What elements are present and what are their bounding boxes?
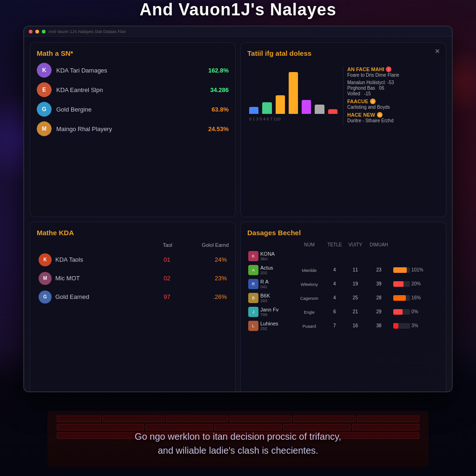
kda-num2-1: 24%: [172, 251, 229, 269]
chart-bars: [247, 67, 339, 114]
stat-label-3: Gold Bergine: [56, 106, 207, 113]
kda-header-label: [37, 242, 151, 251]
stat-label-4: Maingo Rhal Playery: [56, 126, 204, 132]
stat-row-4: M Maingo Rhal Playery 24.53%: [37, 121, 229, 136]
chart-info-3: FAACUE o Carlisting and Boyds: [347, 99, 439, 110]
dmg-th-vuity: VUITY: [345, 242, 365, 249]
badge-1: !: [386, 66, 391, 72]
chart-info-2: Manalun Holiistycl: -53 Pirghond Bas 06 …: [347, 80, 439, 96]
stat-value-1: 162.8%: [208, 67, 229, 74]
player-cell-4: J Jann Fv 799: [248, 307, 294, 317]
kda-header-gold: Golol Earnd: [172, 242, 229, 251]
stat-value-4: 24.53%: [208, 126, 229, 132]
dmg-bar-4: [393, 309, 410, 315]
kda-label-1: K KDA Taols: [39, 253, 149, 266]
topbar-dot-yellow: [35, 30, 39, 33]
kda-row-3: G Gold Earned 97 .26%: [37, 288, 229, 306]
chart-info-4: HACE NEW o Duritre - Sthaire Erzhd: [347, 112, 439, 123]
stat-label-1: KDA Tari Damages: [56, 67, 204, 74]
key: [230, 416, 292, 422]
kda-row-1: K KDA Taols 01 24%: [37, 251, 229, 269]
avatar-4: M: [37, 121, 52, 136]
player-cell-1: A Actus 202: [248, 265, 294, 275]
topbar-text: And Vauon 1J's Nalayes Stat Dataas Flan: [48, 29, 447, 34]
chart-bar-6: [328, 109, 337, 114]
bottom-subtitle: Go ngo werklon to itan decision procsic …: [0, 430, 476, 457]
stat-value-3: 63.8%: [212, 106, 229, 113]
kda-num2-3: .26%: [172, 288, 229, 306]
panel-damage-title: Dasages Bechel: [247, 229, 439, 237]
dmg-bar-3: [393, 295, 410, 301]
kda-num1-3: 97: [151, 288, 172, 306]
kda-label-3: G Gold Earned: [39, 291, 149, 304]
chart-x-axis: 0 1 3 5 4 6 7 110: [249, 117, 281, 121]
damage-row-1: A Actus 202 Mierilde41123 101%: [247, 263, 439, 277]
panel-kda-title: Mathe KDA: [37, 229, 229, 237]
kda-header-taol: Taol: [151, 242, 172, 251]
kda-table: Taol Golol Earnd K KDA Taols 01 24%: [37, 242, 229, 306]
screen-bezel: And Vauon 1J's Nalayes Stat Dataas Flan …: [23, 26, 453, 392]
panel-match-stats: Math a SN* K KDA Tari Damages 162.8% E K…: [30, 42, 236, 217]
key: [102, 416, 165, 422]
dmg-bar-1: [393, 267, 410, 273]
damage-row-3: B B6K 293 Cagenom42528 16%: [247, 291, 439, 305]
chart-bar-3: [289, 72, 298, 114]
chart-info-panel: AN FACE MAHI ! Foare to Dris Dime Flarie…: [343, 66, 439, 126]
panel-damage: Dasages Bechel NUM TETLE VUITY DIMUAH K …: [240, 222, 446, 393]
stat-row-1: K KDA Tari Damages 162.8%: [37, 63, 229, 78]
chart-bar-5: [315, 105, 324, 114]
stat-row-2: E KDA Eantrel Slpn 34.286: [37, 82, 229, 97]
damage-table: NUM TETLE VUITY DIMUAH K KONA 36A A Actu…: [247, 242, 439, 333]
damage-row-4: J Jann Fv 799 Engle62129 0%: [247, 305, 439, 319]
stat-label-2: KDA Eantrel Slpn: [56, 86, 205, 93]
main-title: And Vauon1J's Nalayes: [0, 0, 476, 20]
screen-topbar: And Vauon 1J's Nalayes Stat Dataas Flan: [24, 26, 452, 37]
player-cell-5: L Luhines 292: [248, 321, 294, 331]
panel-chart: Tatiil ifg atal doless ✕ 0 1 3 5 4 6 7 1…: [240, 42, 446, 217]
kda-label-2: M Mic MOT: [39, 272, 149, 285]
panel-match-stats-title: Math a SN*: [37, 49, 229, 57]
stat-value-2: 34.286: [210, 86, 229, 93]
damage-row-2: R R A 041 Wleelony41939 20%: [247, 277, 439, 291]
topbar-dot-red: [29, 30, 33, 33]
badge-3: o: [377, 112, 383, 118]
kda-row-2: M Mic MOT 02 23%: [37, 269, 229, 288]
kda-num1-1: 01: [151, 251, 172, 269]
chart-bar-0: [249, 107, 258, 114]
key: [166, 416, 228, 422]
chart-close-button[interactable]: ✕: [435, 47, 440, 55]
chart-bar-4: [302, 100, 311, 114]
chart-bar-1: [262, 102, 271, 114]
damage-row-0: K KONA 36A: [247, 249, 439, 263]
chart-info-1: AN FACE MAHI ! Foare to Dris Dime Flarie: [347, 66, 439, 78]
chart-bar-2: [276, 95, 285, 114]
avatar-1: K: [37, 63, 52, 78]
key: [357, 416, 419, 422]
screen-content: Math a SN* K KDA Tari Damages 162.8% E K…: [24, 37, 452, 392]
dmg-bar-5: [393, 323, 410, 329]
panel-kda: Mathe KDA Taol Golol Earnd K KDA Tao: [30, 222, 236, 393]
dmg-th-tetle: TETLE: [324, 242, 345, 249]
avatar-2: E: [37, 82, 52, 97]
key: [293, 416, 356, 422]
dmg-bar-2: [393, 281, 410, 287]
subtitle-line-1: Go ngo werklon to itan decision procsic …: [0, 430, 476, 443]
stat-row-3: G Gold Bergine 63.8%: [37, 102, 229, 117]
dmg-th-num: NUM: [295, 242, 324, 249]
badge-2: o: [370, 99, 376, 104]
player-cell-3: B B6K 293: [248, 293, 294, 303]
panel-chart-title: Tatiil ifg atal doless: [247, 49, 439, 57]
dmg-th-player: [247, 242, 295, 249]
avatar-3: G: [37, 102, 52, 117]
player-cell-0: K KONA 36A: [248, 251, 294, 261]
dmg-th-dimuah: DIMUAH: [365, 242, 392, 249]
topbar-dot-green: [42, 30, 46, 33]
key: [57, 416, 100, 422]
subtitle-line-2: and wiliable ladie's clash is checientes…: [0, 443, 476, 457]
kda-num2-2: 23%: [172, 269, 229, 288]
damage-row-5: L Luhines 292 Puaard71638 3%: [247, 319, 439, 333]
player-cell-2: R R A 041: [248, 279, 294, 289]
kda-num1-2: 02: [151, 269, 172, 288]
